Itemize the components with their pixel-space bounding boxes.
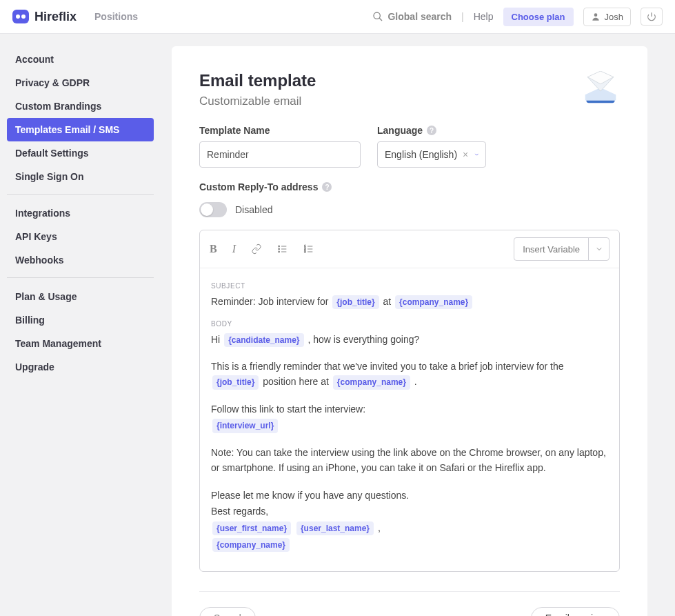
- toolbar-left: B I 123: [210, 243, 314, 255]
- global-search-label: Global search: [387, 11, 452, 22]
- user-menu[interactable]: Josh: [583, 8, 631, 26]
- sidebar-item-branding[interactable]: Custom Brandings: [7, 95, 154, 118]
- svg-point-0: [374, 12, 380, 19]
- body-text: , how is everything going?: [308, 334, 419, 345]
- variable-interview-url[interactable]: {interview_url}: [212, 419, 278, 433]
- bullet-list-button[interactable]: [277, 244, 288, 255]
- sidebar-item-team[interactable]: Team Management: [7, 332, 154, 355]
- subject-text: at: [383, 296, 394, 307]
- brand-logo[interactable]: Hireflix: [12, 10, 77, 24]
- italic-button[interactable]: I: [232, 243, 236, 255]
- user-name: Josh: [605, 12, 623, 22]
- saved-status: Saved: [199, 607, 256, 616]
- reply-to-state: Disabled: [235, 204, 272, 215]
- global-search[interactable]: Global search: [372, 11, 452, 22]
- ordered-list-button[interactable]: 123: [303, 244, 314, 255]
- user-icon: [591, 12, 601, 21]
- body-content[interactable]: Hi {candidate_name} , how is everything …: [211, 332, 608, 553]
- card-footer: Saved Email preview: [199, 591, 620, 616]
- svg-point-2: [594, 13, 597, 17]
- page-title: Email template: [199, 71, 316, 90]
- power-icon: [647, 12, 656, 21]
- title-block: Email template Customizable email: [199, 71, 316, 108]
- sidebar-item-privacy[interactable]: Privacy & GDPR: [7, 71, 154, 95]
- body-text: .: [414, 376, 417, 387]
- variable-candidate-name[interactable]: {candidate_name}: [224, 333, 303, 348]
- chevron-down-icon: [474, 150, 480, 159]
- field-reply-to: Custom Reply-To address ? Disabled: [199, 181, 620, 217]
- svg-text:3: 3: [304, 250, 306, 253]
- variable-job-title[interactable]: {job_title}: [212, 375, 259, 390]
- body-text: position here at: [263, 376, 332, 387]
- sidebar-item-api-keys[interactable]: API Keys: [7, 225, 154, 248]
- variable-job-title[interactable]: {job_title}: [332, 295, 379, 310]
- toolbar-right: Insert Variable: [514, 237, 609, 261]
- nav-positions[interactable]: Positions: [94, 11, 138, 22]
- reply-to-label: Custom Reply-To address ?: [199, 181, 620, 192]
- sidebar-group-account: Account Privacy & GDPR Custom Brandings …: [7, 48, 154, 195]
- topbar-right: Global search | Help Choose plan Josh: [372, 8, 663, 26]
- link-icon: [251, 244, 262, 255]
- insert-variable-select[interactable]: Insert Variable: [514, 237, 609, 261]
- language-label: Language ?: [377, 125, 486, 136]
- sidebar-item-upgrade[interactable]: Upgrade: [7, 355, 154, 379]
- insert-variable-label: Insert Variable: [514, 238, 588, 260]
- main: Email template Customizable email Templa…: [161, 34, 675, 616]
- chevron-down-icon: [588, 238, 609, 260]
- variable-company-name[interactable]: {company_name}: [395, 295, 472, 310]
- search-icon: [372, 11, 383, 22]
- field-language: Language ? English (English) ×: [377, 125, 486, 168]
- svg-point-7: [279, 251, 280, 252]
- content-card: Email template Customizable email Templa…: [172, 46, 647, 616]
- logout-button[interactable]: [641, 8, 663, 26]
- layout: Account Privacy & GDPR Custom Brandings …: [0, 34, 675, 616]
- sidebar-group-dev: Integrations API Keys Webhooks: [7, 201, 154, 278]
- body-text: Best regards,: [211, 504, 608, 519]
- help-icon[interactable]: ?: [322, 182, 332, 192]
- language-value: English (English): [385, 149, 457, 160]
- variable-company-name[interactable]: {company_name}: [212, 538, 290, 553]
- ordered-list-icon: 123: [303, 244, 314, 255]
- language-select[interactable]: English (English) ×: [377, 141, 486, 168]
- mail-icon: [581, 71, 620, 104]
- sidebar-item-webhooks[interactable]: Webhooks: [7, 248, 154, 272]
- clear-icon[interactable]: ×: [463, 149, 468, 160]
- reply-to-toggle-row: Disabled: [199, 202, 620, 217]
- rich-text-editor: B I 123 Insert Va: [199, 230, 620, 572]
- body-text: This is a friendly reminder that we've i…: [211, 361, 564, 372]
- brand-name: Hireflix: [34, 10, 77, 24]
- sidebar-item-templates[interactable]: Templates Email / SMS: [7, 118, 154, 141]
- choose-plan-button[interactable]: Choose plan: [503, 8, 574, 26]
- svg-point-3: [279, 246, 280, 247]
- sidebar-item-default-settings[interactable]: Default Settings: [7, 141, 154, 165]
- sidebar-item-plan-usage[interactable]: Plan & Usage: [7, 285, 154, 308]
- help-link[interactable]: Help: [474, 11, 494, 22]
- sidebar-group-billing: Plan & Usage Billing Team Management Upg…: [7, 285, 154, 384]
- topbar-divider: |: [461, 11, 464, 22]
- editor-toolbar: B I 123 Insert Va: [200, 230, 619, 268]
- brand-logo-mark: [12, 10, 29, 23]
- template-name-input[interactable]: [199, 141, 361, 168]
- email-preview-button[interactable]: Email preview: [531, 607, 620, 616]
- help-icon[interactable]: ?: [427, 126, 436, 135]
- subject-text: Reminder: Job interview for: [211, 296, 331, 307]
- sidebar-item-sso[interactable]: Single Sign On: [7, 165, 154, 188]
- sidebar-item-account[interactable]: Account: [7, 48, 154, 71]
- variable-company-name[interactable]: {company_name}: [333, 375, 410, 390]
- form-row-top: Template Name Language ? English (Englis…: [199, 125, 620, 168]
- variable-user-first-name[interactable]: {user_first_name}: [212, 521, 291, 536]
- variable-user-last-name[interactable]: {user_last_name}: [296, 521, 374, 536]
- reply-to-toggle[interactable]: [199, 202, 227, 217]
- body-heading: BODY: [211, 319, 608, 330]
- subject-heading: SUBJECT: [211, 281, 608, 292]
- link-button[interactable]: [251, 244, 262, 255]
- topbar-left: Hireflix Positions: [12, 10, 138, 24]
- sidebar-item-integrations[interactable]: Integrations: [7, 201, 154, 225]
- topbar: Hireflix Positions Global search | Help …: [0, 0, 675, 34]
- sidebar-item-billing[interactable]: Billing: [7, 308, 154, 332]
- language-label-text: Language: [377, 125, 423, 136]
- subject-line[interactable]: Reminder: Job interview for {job_title} …: [211, 295, 608, 310]
- bold-button[interactable]: B: [210, 243, 217, 255]
- editor-body[interactable]: SUBJECT Reminder: Job interview for {job…: [200, 268, 619, 571]
- card-header: Email template Customizable email: [199, 71, 620, 108]
